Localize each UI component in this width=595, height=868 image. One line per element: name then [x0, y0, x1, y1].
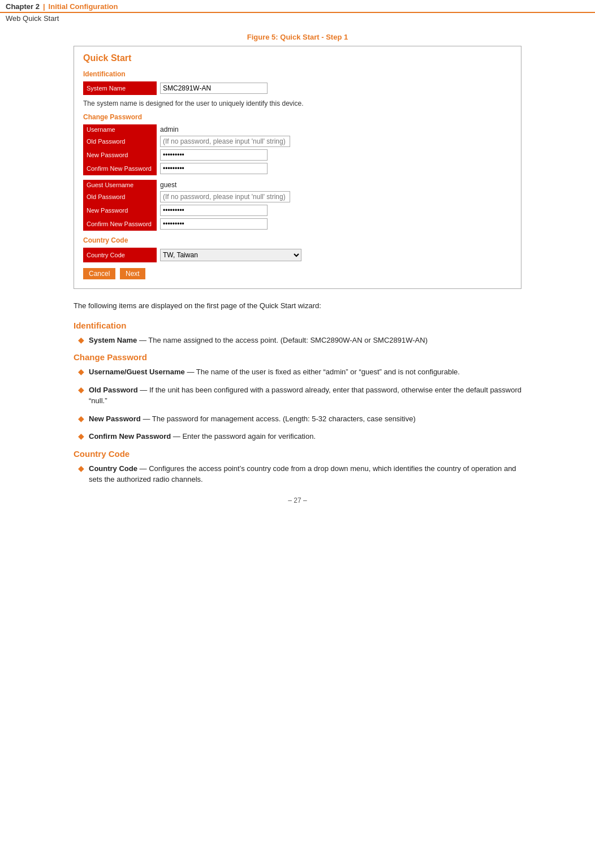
button-row: Cancel Next	[83, 268, 512, 279]
confirm-password-bullet-text: Confirm New Password — Enter the passwor…	[89, 431, 316, 442]
identification-body-section: Identification ◆ System Name — The name …	[74, 321, 521, 346]
admin-new-password-label: New Password	[83, 148, 157, 162]
new-password-bullet: ◆ New Password — The password for manage…	[78, 413, 521, 425]
guest-confirm-input[interactable]	[160, 218, 268, 230]
admin-username-label: Username	[83, 124, 157, 135]
country-code-table: Country Code TW, Taiwan US, United State…	[83, 248, 305, 262]
admin-old-password-cell	[157, 135, 294, 148]
quickstart-box: Quick Start Identification System Name T…	[74, 46, 521, 289]
username-term: Username/Guest Username	[89, 368, 185, 376]
admin-new-password-input[interactable]	[160, 149, 268, 161]
bullet-diamond-icon-2: ◆	[78, 367, 84, 376]
chapter-label: Chapter 2	[6, 2, 40, 11]
country-code-term: Country Code	[89, 464, 137, 473]
guest-new-password-row: New Password	[83, 204, 294, 217]
identification-section: Identification System Name The system na…	[83, 70, 512, 107]
change-password-section: Change Password Username admin Old Passw…	[83, 113, 512, 231]
guest-old-password-cell	[157, 190, 294, 204]
old-password-bullet: ◆ Old Password — If the unit has been co…	[78, 385, 521, 407]
guest-new-password-cell	[157, 204, 294, 217]
change-password-body-section: Change Password ◆ Username/Guest Usernam…	[74, 352, 521, 442]
new-password-term: New Password	[89, 414, 141, 423]
bullet-diamond-icon-4: ◆	[78, 414, 84, 423]
change-password-heading: Change Password	[74, 352, 521, 362]
guest-confirm-row: Confirm New Password	[83, 217, 294, 231]
system-name-desc: — The name assigned to the access point.…	[137, 336, 428, 344]
country-code-value-cell: TW, Taiwan US, United States GB, United …	[157, 248, 305, 262]
identification-heading: Identification	[74, 321, 521, 330]
username-bullet: ◆ Username/Guest Username — The name of …	[78, 366, 521, 378]
intro-text: The following items are displayed on the…	[74, 300, 521, 312]
guest-confirm-cell	[157, 217, 294, 231]
guest-new-password-input[interactable]	[160, 205, 268, 216]
guest-password-table: Guest Username guest Old Password New Pa…	[83, 180, 294, 231]
bullet-diamond-icon-3: ◆	[78, 385, 84, 394]
country-code-label: Country Code	[83, 248, 157, 262]
page-number: – 27 –	[74, 496, 521, 510]
old-password-term: Old Password	[89, 386, 138, 394]
system-name-bullet: ◆ System Name — The name assigned to the…	[78, 335, 521, 346]
figure-title: Figure 5: Quick Start - Step 1	[74, 33, 521, 41]
country-code-bullet: ◆ Country Code — Configures the access p…	[78, 463, 521, 485]
admin-password-table: Username admin Old Password New Password	[83, 124, 294, 175]
username-desc: — The name of the user is fixed as eithe…	[185, 368, 460, 376]
bullet-diamond-icon-5: ◆	[78, 431, 84, 441]
confirm-password-desc: — Enter the password again for verificat…	[171, 432, 316, 441]
old-password-bullet-text: Old Password — If the unit has been conf…	[89, 385, 521, 407]
username-bullet-text: Username/Guest Username — The name of th…	[89, 366, 460, 378]
identification-table: System Name	[83, 81, 271, 95]
header-separator: |	[43, 2, 45, 11]
admin-confirm-cell	[157, 162, 294, 175]
guest-old-password-input[interactable]	[160, 191, 290, 202]
country-code-section: Country Code Country Code TW, Taiwan US,…	[83, 236, 512, 262]
system-name-input[interactable]	[160, 83, 268, 94]
country-code-body-section: Country Code ◆ Country Code — Configures…	[74, 449, 521, 485]
identification-desc: The system name is designed for the user…	[83, 100, 512, 107]
admin-new-password-row: New Password	[83, 148, 294, 162]
confirm-password-term: Confirm New Password	[89, 432, 171, 441]
quickstart-title: Quick Start	[83, 53, 512, 63]
country-code-section-label: Country Code	[83, 236, 512, 244]
country-code-select[interactable]: TW, Taiwan US, United States GB, United …	[160, 249, 301, 261]
country-code-desc: — Configures the access point’s country …	[89, 464, 516, 484]
guest-username-row: Guest Username guest	[83, 180, 294, 190]
old-password-desc: — If the unit has been configured with a…	[89, 386, 521, 405]
identification-label: Identification	[83, 70, 512, 78]
system-name-label: System Name	[83, 81, 157, 95]
admin-old-password-input[interactable]	[160, 136, 290, 147]
page-subheader: Web Quick Start	[0, 13, 595, 27]
guest-username-value: guest	[157, 180, 294, 190]
guest-new-password-label: New Password	[83, 204, 157, 217]
change-password-label: Change Password	[83, 113, 512, 121]
bullet-diamond-icon-6: ◆	[78, 464, 84, 473]
country-code-bullet-text: Country Code — Configures the access poi…	[89, 463, 521, 485]
guest-username-label: Guest Username	[83, 180, 157, 190]
admin-new-password-cell	[157, 148, 294, 162]
page-header: Chapter 2 | Initial Configuration	[0, 0, 595, 13]
main-content: Figure 5: Quick Start - Step 1 Quick Sta…	[0, 27, 595, 521]
admin-old-password-label: Old Password	[83, 135, 157, 148]
country-code-row: Country Code TW, Taiwan US, United State…	[83, 248, 305, 262]
new-password-desc: — The password for management access. (L…	[141, 414, 416, 423]
guest-old-password-row: Old Password	[83, 190, 294, 204]
confirm-password-bullet: ◆ Confirm New Password — Enter the passw…	[78, 431, 521, 442]
admin-username-value: admin	[157, 124, 294, 135]
admin-old-password-row: Old Password	[83, 135, 294, 148]
guest-old-password-label: Old Password	[83, 190, 157, 204]
admin-confirm-row: Confirm New Password	[83, 162, 294, 175]
country-code-heading: Country Code	[74, 449, 521, 459]
admin-confirm-input[interactable]	[160, 163, 268, 174]
new-password-bullet-text: New Password — The password for manageme…	[89, 413, 416, 425]
system-name-value-cell	[157, 81, 271, 95]
cancel-button[interactable]: Cancel	[83, 268, 115, 279]
guest-confirm-label: Confirm New Password	[83, 217, 157, 231]
section-title: Initial Configuration	[49, 2, 118, 11]
admin-confirm-label: Confirm New Password	[83, 162, 157, 175]
bullet-diamond-icon: ◆	[78, 335, 84, 344]
admin-username-row: Username admin	[83, 124, 294, 135]
system-name-term: System Name	[89, 336, 137, 344]
next-button[interactable]: Next	[120, 268, 145, 279]
subsection-label: Web Quick Start	[6, 14, 59, 23]
system-name-row: System Name	[83, 81, 271, 95]
system-name-bullet-text: System Name — The name assigned to the a…	[89, 335, 428, 346]
